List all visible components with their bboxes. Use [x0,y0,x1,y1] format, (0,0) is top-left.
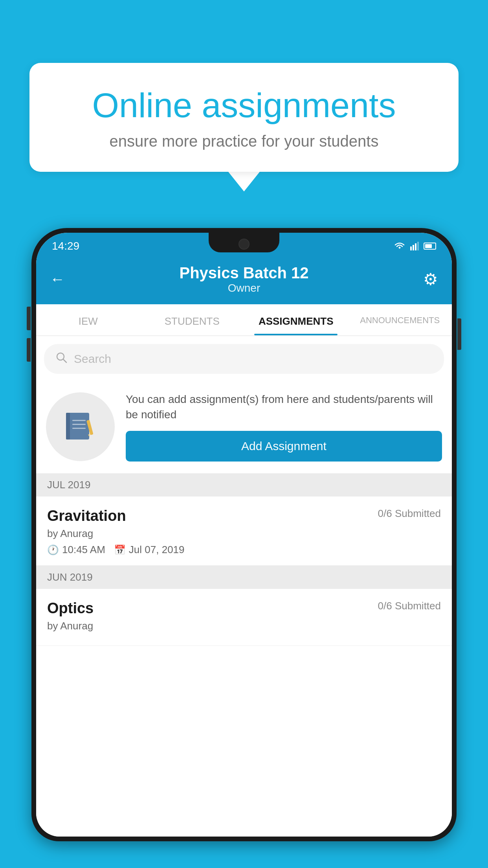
tab-announcements[interactable]: ANNOUNCEMENTS [348,304,452,335]
svg-rect-3 [417,242,419,250]
volume-down-button [27,338,31,362]
svg-rect-8 [72,420,86,421]
svg-line-5 [63,359,66,362]
assignment-meta: 🕐 10:45 AM 📅 Jul 07, 2019 [47,544,441,556]
assignment-submitted-optics: 0/6 Submitted [378,600,441,612]
tabs-bar: IEW STUDENTS ASSIGNMENTS ANNOUNCEMENTS [36,304,452,336]
clock-icon: 🕐 [47,544,59,555]
svg-rect-7 [66,413,70,440]
screen-content: Search [36,336,452,837]
signal-icon [410,242,419,250]
bubble-title: Online assignments [57,86,431,125]
phone-screen: 14:29 [36,233,452,837]
header-subtitle: Owner [179,282,308,294]
notebook-icon-wrap [46,392,115,461]
assignment-item-gravitation[interactable]: Gravitation 0/6 Submitted by Anurag 🕐 10… [36,497,452,566]
phone-camera [238,239,250,250]
search-placeholder: Search [74,352,111,366]
assignment-top-optics: Optics 0/6 Submitted [47,600,441,617]
tab-iew[interactable]: IEW [36,304,140,335]
power-button [457,318,461,350]
info-description: You can add assignment(s) from here and … [126,392,442,422]
svg-rect-2 [415,243,416,250]
svg-rect-10 [72,428,86,429]
assignment-by-optics: by Anurag [47,620,441,632]
assignment-submitted: 0/6 Submitted [378,508,441,520]
tab-assignments[interactable]: ASSIGNMENTS [244,304,348,335]
search-bar[interactable]: Search [44,344,444,374]
header-title-group: Physics Batch 12 Owner [179,264,308,294]
wifi-icon [394,242,405,250]
info-right: You can add assignment(s) from here and … [126,392,442,462]
phone-notch [209,233,279,252]
phone-outer: 14:29 [31,228,457,841]
phone-mockup: 14:29 [31,228,457,868]
speech-bubble: Online assignments ensure more practice … [29,63,459,172]
assignment-name-optics: Optics [47,600,94,617]
notebook-icon [63,409,98,444]
battery-icon [424,243,436,250]
add-assignment-button[interactable]: Add Assignment [126,431,442,462]
search-icon [55,351,68,367]
svg-rect-9 [72,424,86,425]
assignment-top: Gravitation 0/6 Submitted [47,508,441,524]
promo-section: Online assignments ensure more practice … [29,63,459,191]
svg-rect-1 [413,245,414,250]
month-header-jul: JUL 2019 [36,473,452,497]
volume-up-button [27,307,31,330]
header-title: Physics Batch 12 [179,264,308,282]
status-time: 14:29 [52,240,79,252]
assignment-by: by Anurag [47,528,441,540]
tab-students[interactable]: STUDENTS [140,304,244,335]
assignment-item-optics[interactable]: Optics 0/6 Submitted by Anurag [36,589,452,646]
speech-bubble-tail [228,172,260,191]
assignment-date: 📅 Jul 07, 2019 [114,544,185,556]
calendar-icon: 📅 [114,544,126,555]
info-section: You can add assignment(s) from here and … [36,380,452,473]
svg-rect-6 [68,413,89,440]
app-header: ← Physics Batch 12 Owner ⚙ [36,256,452,304]
settings-icon[interactable]: ⚙ [423,270,438,289]
bubble-subtitle: ensure more practice for your students [57,132,431,150]
back-button[interactable]: ← [50,271,65,288]
month-header-jun: JUN 2019 [36,566,452,589]
status-icons [394,242,436,250]
assignment-time: 🕐 10:45 AM [47,544,105,556]
assignment-name: Gravitation [47,508,126,524]
svg-rect-0 [410,246,412,250]
